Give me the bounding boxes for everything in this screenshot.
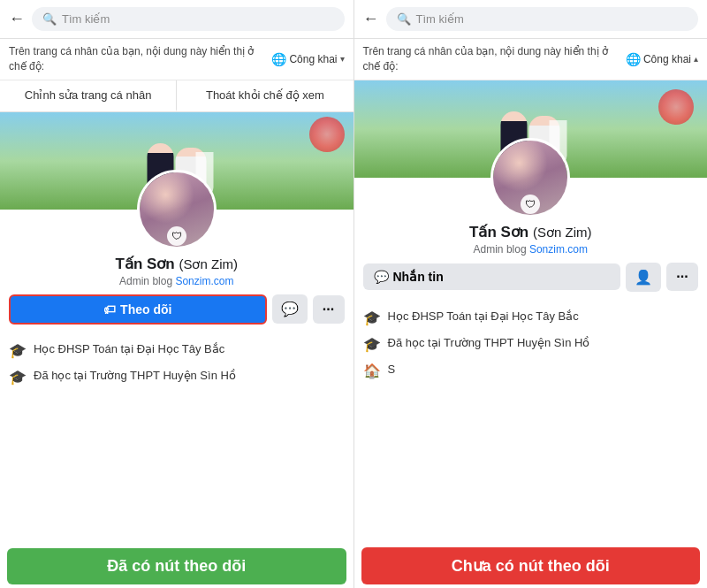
notif-bar-right: Trên trang cá nhân của bạn, nội dung này… <box>354 39 708 80</box>
buttons-row-left: 🏷 Theo dõi 💬 ··· <box>0 294 354 325</box>
messenger-icon-left: 💬 <box>281 301 299 317</box>
follow-icon-left: 🏷 <box>103 302 116 317</box>
top-bar-left: ← 🔍 Tìm kiếm <box>0 0 354 39</box>
flowers-decoration <box>309 117 345 152</box>
notif-right-right[interactable]: 🌐 Công khai ▴ <box>626 52 698 66</box>
tab-exit-view[interactable]: Thoát khỏi chế độ xem <box>177 80 353 111</box>
avatar-right: 🛡 <box>490 138 570 218</box>
back-arrow-right[interactable]: ← <box>363 10 379 28</box>
search-bar-left[interactable]: 🔍 Tìm kiếm <box>32 7 345 31</box>
profile-section-left: 🛡 Tấn Sơn (Sơn Zim) Admin blog Sonzim.co… <box>0 112 354 332</box>
globe-icon-left: 🌐 <box>271 52 286 66</box>
chevron-icon-right: ▴ <box>694 54 698 64</box>
more-icon-left: ··· <box>323 302 334 317</box>
bottom-banner-right: Chưa có nút theo dõi <box>361 547 701 584</box>
more-icon-right: ··· <box>676 269 688 285</box>
search-icon-right: 🔍 <box>397 12 411 26</box>
notif-bar-left: Trên trang cá nhân của bạn, nội dung này… <box>0 39 354 80</box>
avatar-left: 🛡 <box>137 170 217 249</box>
tab-edit-profile[interactable]: Chỉnh sửa trang cá nhân <box>0 80 177 111</box>
right-panel: ← 🔍 Tìm kiếm Trên trang cá nhân của bạn,… <box>354 0 708 588</box>
messenger-icon-right: 💬 <box>374 270 389 284</box>
more-button-right[interactable]: ··· <box>666 263 698 291</box>
profile-link-right[interactable]: Sonzim.com <box>529 243 588 256</box>
shield-badge-right: 🛡 <box>521 195 540 214</box>
info-item-3-right: 🏠 S <box>363 357 699 384</box>
chevron-icon-left: ▾ <box>340 54 345 64</box>
shield-badge-left: 🛡 <box>167 226 186 246</box>
search-placeholder-left: Tìm kiếm <box>62 12 110 26</box>
add-friend-icon-right: 👤 <box>635 269 652 286</box>
notif-right-left[interactable]: 🌐 Công khai ▾ <box>271 52 344 66</box>
visibility-label-left: Công khai <box>289 53 337 65</box>
info-section-right: 🎓 Học ĐHSP Toán tại Đại Học Tây Bắc 🎓 Đã… <box>354 299 708 544</box>
search-placeholder-right: Tìm kiếm <box>416 12 464 26</box>
visibility-label-right: Công khai <box>643 53 691 65</box>
home-icon-right: 🏠 <box>363 363 381 379</box>
info-item-1-left: 🎓 Học ĐHSP Toán tại Đại Học Tây Bắc <box>9 337 345 363</box>
globe-icon-right: 🌐 <box>626 52 641 66</box>
follow-button-left[interactable]: 🏷 Theo dõi <box>9 294 267 325</box>
add-friend-button-right[interactable]: 👤 <box>626 263 661 292</box>
education-icon-1-left: 🎓 <box>9 342 27 359</box>
info-item-2-left: 🎓 Đã học tại Trường THPT Huyện Sìn Hồ <box>9 363 345 390</box>
profile-link-left[interactable]: Sonzim.com <box>175 275 233 287</box>
search-icon-left: 🔍 <box>42 12 57 26</box>
left-panel: ← 🔍 Tìm kiếm Trên trang cá nhân của bạn,… <box>0 0 354 588</box>
back-arrow-left[interactable]: ← <box>9 10 25 28</box>
more-button-left[interactable]: ··· <box>313 295 345 324</box>
message-button-right[interactable]: 💬 Nhắn tin <box>363 263 621 290</box>
profile-name-left: Tấn Sơn (Sơn Zim) <box>116 255 238 273</box>
top-bar-right: ← 🔍 Tìm kiếm <box>354 0 708 39</box>
flowers-decoration-right <box>658 89 694 125</box>
profile-section-right: 🛡 Tấn Sơn (Sơn Zim) Admin blog Sonzim.co… <box>354 80 708 299</box>
education-icon-2-left: 🎓 <box>9 369 27 386</box>
notif-text-left: Trên trang cá nhân của bạn, nội dung này… <box>9 44 271 74</box>
info-item-2-right: 🎓 Đã học tại Trường THPT Huyện Sìn Hồ <box>363 331 699 357</box>
education-icon-2-right: 🎓 <box>363 336 381 353</box>
profile-subtitle-right: Admin blog Sonzim.com <box>474 243 588 256</box>
education-icon-1-right: 🎓 <box>363 309 381 326</box>
info-item-1-right: 🎓 Học ĐHSP Toán tại Đại Học Tây Bắc <box>363 304 699 331</box>
action-tabs-left: Chỉnh sửa trang cá nhân Thoát khỏi chế đ… <box>0 80 354 112</box>
profile-subtitle-left: Admin blog Sonzim.com <box>119 275 233 287</box>
buttons-row-right: 💬 Nhắn tin 👤 ··· <box>354 263 708 292</box>
info-section-left: 🎓 Học ĐHSP Toán tại Đại Học Tây Bắc 🎓 Đã… <box>0 332 354 545</box>
messenger-button-left[interactable]: 💬 <box>272 294 308 324</box>
profile-name-right: Tấn Sơn (Sơn Zim) <box>469 223 591 241</box>
search-bar-right[interactable]: 🔍 Tìm kiếm <box>386 7 699 31</box>
notif-text-right: Trên trang cá nhân của bạn, nội dung này… <box>363 44 626 74</box>
bottom-banner-left: Đã có nút theo dõi <box>7 548 346 584</box>
